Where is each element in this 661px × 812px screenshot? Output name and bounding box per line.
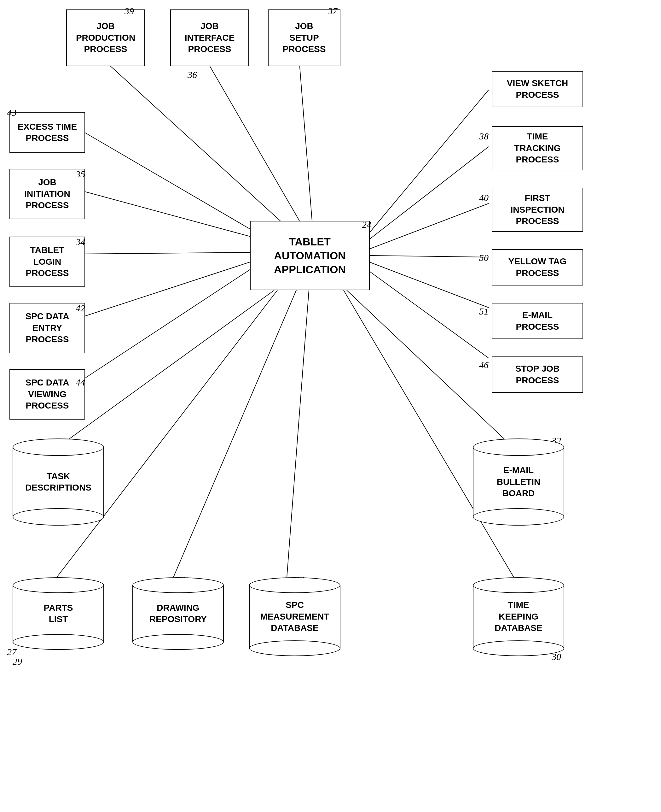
connection-lines <box>0 0 661 812</box>
excess-time-label: EXCESS TIMEPROCESS <box>18 121 77 144</box>
time-tracking-label: TIMETRACKINGPROCESS <box>514 131 561 165</box>
task-descriptions-label: TASKDESCRIPTIONS <box>25 471 91 494</box>
job-production-label: JOBPRODUCTIONPROCESS <box>76 21 135 55</box>
svg-line-9 <box>369 147 489 240</box>
center-ref: 24 <box>362 219 371 230</box>
job-interface-box: JOBINTERFACEPROCESS <box>170 10 249 66</box>
yellow-tag-label: YELLOW TAGPROCESS <box>508 256 567 279</box>
email-bulletin-label: E-MAILBULLETINBOARD <box>497 464 540 499</box>
job-setup-ref: 37 <box>328 6 337 16</box>
timekeeping-label: TIMEKEEPINGDATABASE <box>495 599 542 634</box>
svg-line-17 <box>287 290 309 577</box>
tablet-login-box: TABLETLOGINPROCESS <box>10 237 85 287</box>
parts-list-ref: 29 <box>13 656 22 667</box>
spc-data-entry-ref: 42 <box>76 303 85 314</box>
first-inspection-label: FIRSTINSPECTIONPROCESS <box>510 192 564 227</box>
job-setup-box: JOBSETUPPROCESS <box>268 10 340 66</box>
svg-line-15 <box>57 290 278 577</box>
excess-time-ref: 43 <box>7 107 16 118</box>
svg-line-14 <box>57 290 274 448</box>
spc-measurement-cylinder: SPCMEASUREMENTDATABASE <box>249 577 340 656</box>
svg-line-13 <box>367 270 489 358</box>
spc-data-viewing-ref: 44 <box>76 377 85 388</box>
svg-line-12 <box>369 262 489 308</box>
job-production-box: JOBPRODUCTIONPROCESS <box>66 10 145 66</box>
job-interface-label: JOBINTERFACEPROCESS <box>185 21 235 55</box>
task-descriptions-cylinder: TASKDESCRIPTIONS <box>13 439 104 525</box>
timekeeping-cylinder: TIMEKEEPINGDATABASE <box>473 577 564 656</box>
yellow-tag-box: YELLOW TAGPROCESS <box>492 249 583 285</box>
svg-line-1 <box>208 63 299 221</box>
job-production-ref: 39 <box>125 6 134 16</box>
stop-job-ref: 46 <box>479 360 489 370</box>
svg-line-2 <box>299 63 312 221</box>
job-setup-label: JOBSETUPPROCESS <box>283 21 326 55</box>
job-initiation-box: JOBINITIATIONPROCESS <box>10 169 85 219</box>
excess-time-box: EXCESS TIMEPROCESS <box>10 112 85 153</box>
email-process-box: E-MAILPROCESS <box>492 303 583 339</box>
job-initiation-label: JOBINITIATIONPROCESS <box>24 177 70 211</box>
parts-list-27-ref: 27 <box>7 647 16 657</box>
svg-line-11 <box>369 256 489 257</box>
svg-line-5 <box>82 252 250 254</box>
diagram-container: TABLET AUTOMATION APPLICATION 24 JOBPROD… <box>0 0 661 812</box>
drawing-repository-cylinder: DRAWINGREPOSITORY <box>133 577 224 650</box>
svg-line-4 <box>82 191 251 237</box>
svg-line-16 <box>173 290 296 577</box>
stop-job-box: STOP JOBPROCESS <box>492 357 583 393</box>
email-bulletin-cylinder: E-MAILBULLETINBOARD <box>473 439 564 525</box>
stop-job-label: STOP JOBPROCESS <box>516 363 560 386</box>
parts-list-cylinder: PARTSLIST <box>13 577 104 650</box>
job-interface-ref-num: 36 <box>188 69 197 80</box>
time-tracking-box: TIMETRACKINGPROCESS <box>492 126 583 170</box>
svg-line-18 <box>347 290 514 448</box>
first-inspection-ref: 40 <box>479 192 489 203</box>
first-inspection-box: FIRSTINSPECTIONPROCESS <box>492 188 583 232</box>
svg-line-6 <box>82 262 251 317</box>
svg-line-8 <box>369 90 489 234</box>
time-tracking-ref: 38 <box>479 131 489 142</box>
email-process-ref: 51 <box>479 306 489 317</box>
parts-list-label: PARTSLIST <box>44 602 73 625</box>
tablet-login-ref: 34 <box>76 237 85 247</box>
spc-measurement-label: SPCMEASUREMENTDATABASE <box>260 599 329 634</box>
spc-data-entry-box: SPC DATAENTRYPROCESS <box>10 303 85 353</box>
email-process-label: E-MAILPROCESS <box>516 309 559 333</box>
drawing-repository-label: DRAWINGREPOSITORY <box>149 602 207 625</box>
svg-line-19 <box>343 290 514 577</box>
spc-data-viewing-box: SPC DATAVIEWINGPROCESS <box>10 369 85 420</box>
center-label: TABLET AUTOMATION APPLICATION <box>254 235 366 277</box>
spc-data-viewing-label: SPC DATAVIEWINGPROCESS <box>26 377 69 412</box>
yellow-tag-ref: 50 <box>479 252 489 263</box>
spc-data-entry-label: SPC DATAENTRYPROCESS <box>26 311 69 345</box>
svg-line-7 <box>82 268 252 380</box>
center-box: TABLET AUTOMATION APPLICATION <box>250 221 370 290</box>
svg-line-10 <box>369 203 489 249</box>
svg-line-0 <box>107 63 284 224</box>
svg-line-3 <box>82 131 252 230</box>
view-sketch-box: VIEW SKETCHPROCESS <box>492 71 583 107</box>
view-sketch-label: VIEW SKETCHPROCESS <box>507 78 568 101</box>
job-initiation-ref: 35 <box>76 169 85 179</box>
tablet-login-label: TABLETLOGINPROCESS <box>26 245 69 279</box>
